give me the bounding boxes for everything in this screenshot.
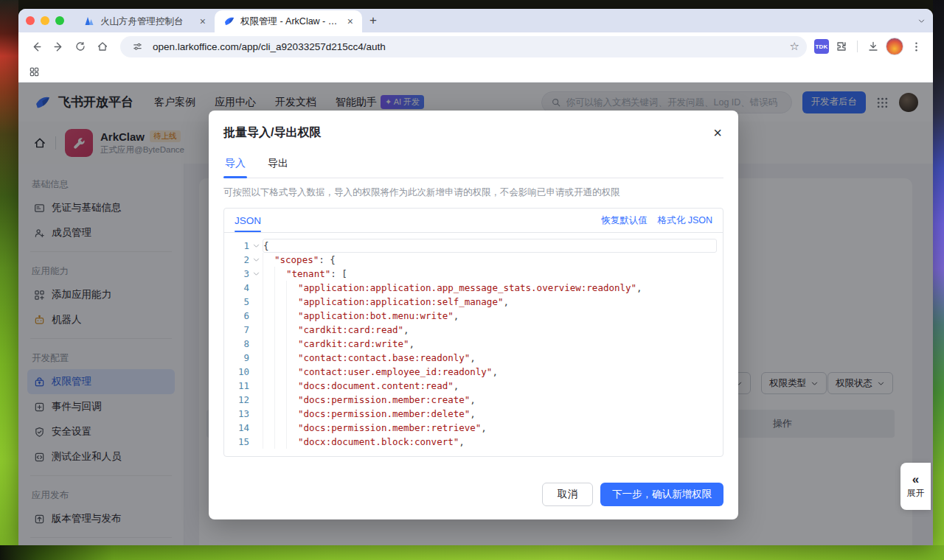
indent-guide xyxy=(286,295,298,309)
close-window-button[interactable] xyxy=(26,16,35,25)
toolbar-actions xyxy=(832,37,926,56)
fold-chevron-icon[interactable] xyxy=(249,242,263,250)
tab-close-icon[interactable]: × xyxy=(346,15,355,27)
indent-guide xyxy=(263,295,274,309)
code-line[interactable]: 12"docs:permission.member:create", xyxy=(224,393,723,407)
indent-guide xyxy=(274,323,286,337)
indent-guide xyxy=(263,435,274,449)
json-string: "contact:user.employee_id:readonly" xyxy=(298,366,492,377)
tab-search-chevron-icon[interactable] xyxy=(917,15,926,28)
indent-guide xyxy=(286,337,298,351)
download-icon[interactable] xyxy=(864,37,883,56)
code-line-content: "contact:contact.base:readonly", xyxy=(263,351,717,365)
indent-guide xyxy=(286,379,298,393)
forward-icon[interactable] xyxy=(48,36,69,57)
indent-guide xyxy=(263,323,274,337)
code-area[interactable]: 1{2"scopes": {3"tenant": [4"application:… xyxy=(224,233,723,449)
url-bar[interactable]: open.larkoffice.com/app/cli_a92033257d21… xyxy=(120,36,807,57)
indent-guide xyxy=(274,281,286,295)
line-number: 1 xyxy=(224,240,249,251)
browser-tab[interactable]: 火山方舟管理控制台× xyxy=(74,10,215,32)
page-content: 飞书开放平台 客户案例应用中心开发文档智能助手✦ AI 开发 开发者后台 Ark… xyxy=(18,83,933,545)
home-icon[interactable] xyxy=(92,36,113,57)
code-line[interactable]: 8"cardkit:card:write", xyxy=(224,337,723,351)
code-line-content: "application:bot.menu:write", xyxy=(263,309,717,323)
code-line[interactable]: 15"docx:document.block:convert", xyxy=(224,435,723,449)
editor-actions: 恢复默认值格式化 JSON xyxy=(601,214,712,227)
apps-grid-icon[interactable] xyxy=(29,65,40,78)
fold-chevron-icon[interactable] xyxy=(249,270,263,278)
code-line[interactable]: 3"tenant": [ xyxy=(224,267,723,281)
editor-action-link[interactable]: 格式化 JSON xyxy=(658,214,712,227)
code-line-content: "application:application.app_message_sta… xyxy=(263,281,717,295)
line-number: 6 xyxy=(224,310,249,321)
code-line[interactable]: 13"docs:permission.member:delete", xyxy=(224,407,723,421)
code-line[interactable]: 2"scopes": { xyxy=(224,253,723,267)
cancel-button[interactable]: 取消 xyxy=(542,483,593,506)
bookmark-star-icon[interactable]: ☆ xyxy=(790,40,799,53)
json-string: "contact:contact.base:readonly" xyxy=(298,352,470,363)
json-punctuation: , xyxy=(470,394,476,405)
indent-guide xyxy=(263,281,274,295)
json-editor: JSON 恢复默认值格式化 JSON 1{2"scopes": {3"tenan… xyxy=(223,208,723,457)
tab-close-icon[interactable]: × xyxy=(198,15,207,27)
browser-profile-avatar[interactable] xyxy=(886,38,903,55)
indent-guide xyxy=(286,421,298,435)
json-punctuation: : { xyxy=(319,254,336,265)
json-string: "application:bot.menu:write" xyxy=(298,310,454,321)
json-punctuation: , xyxy=(454,380,459,391)
tab-search-chevron-icon[interactable] xyxy=(917,17,926,25)
code-line[interactable]: 11"docs:document.content:read", xyxy=(224,379,723,393)
editor-format-tab-json[interactable]: JSON xyxy=(235,209,261,232)
tdk-extension-icon[interactable]: TDK xyxy=(814,39,829,54)
expand-panel-button[interactable]: « 展开 xyxy=(900,463,931,510)
dialog-tab-export[interactable]: 导出 xyxy=(266,153,290,178)
dialog-title: 批量导入/导出权限 xyxy=(223,125,321,141)
code-line[interactable]: 7"cardkit:card:read", xyxy=(224,323,723,337)
indent-guide xyxy=(274,421,286,435)
indent-guide xyxy=(263,379,274,393)
reload-icon[interactable] xyxy=(70,36,91,57)
indent-guide xyxy=(286,309,298,323)
fold-chevron-icon[interactable] xyxy=(249,256,263,264)
code-line[interactable]: 5"application:application:self_manage", xyxy=(224,295,723,309)
editor-action-link[interactable]: 恢复默认值 xyxy=(601,214,648,227)
json-punctuation: , xyxy=(636,282,642,293)
json-punctuation: , xyxy=(503,296,509,307)
json-punctuation: { xyxy=(263,240,269,251)
json-string: "docs:permission.member:retrieve" xyxy=(298,422,481,433)
browser-tab[interactable]: 权限管理 - ArkClaw - 开发者后× xyxy=(215,10,362,32)
back-icon[interactable] xyxy=(26,36,46,57)
expand-label: 展开 xyxy=(907,487,925,500)
code-line[interactable]: 4"application:application.app_message_st… xyxy=(224,281,723,295)
indent-guide xyxy=(286,281,298,295)
maximize-window-button[interactable] xyxy=(55,16,64,25)
indent-guide xyxy=(274,309,286,323)
code-line[interactable]: 10"contact:user.employee_id:readonly", xyxy=(224,365,723,379)
code-line[interactable]: 9"contact:contact.base:readonly", xyxy=(224,351,723,365)
indent-guide xyxy=(263,351,274,365)
minimize-window-button[interactable] xyxy=(41,16,49,25)
json-punctuation: : [ xyxy=(330,268,347,279)
close-icon[interactable]: × xyxy=(712,125,723,140)
macos-window-controls[interactable] xyxy=(18,9,74,32)
url-text[interactable]: open.larkoffice.com/app/cli_a92033257d21… xyxy=(153,41,784,52)
code-line[interactable]: 1{ xyxy=(224,239,723,253)
code-line[interactable]: 14"docs:permission.member:retrieve", xyxy=(224,421,723,435)
indent-guide xyxy=(263,337,274,351)
dialog-tab-import[interactable]: 导入 xyxy=(223,153,247,178)
new-tab-button[interactable]: + xyxy=(362,9,384,32)
json-punctuation: , xyxy=(459,436,465,447)
browser-tab-strip: 火山方舟管理控制台×权限管理 - ArkClaw - 开发者后× + xyxy=(18,9,933,32)
code-line[interactable]: 6"application:bot.menu:write", xyxy=(224,309,723,323)
confirm-next-step-button[interactable]: 下一步，确认新增权限 xyxy=(600,483,723,506)
indent-guide xyxy=(263,309,274,323)
indent-guide xyxy=(286,323,298,337)
puzzle-icon[interactable] xyxy=(832,37,851,56)
site-settings-icon[interactable] xyxy=(128,37,147,56)
indent-guide xyxy=(274,365,286,379)
line-number: 3 xyxy=(224,268,249,279)
bookmarks-bar xyxy=(18,60,933,83)
browser-menu-icon[interactable] xyxy=(906,37,926,56)
import-export-permissions-dialog: 批量导入/导出权限 × 导入导出 可按照以下格式导入数据，导入的权限将作为此次新… xyxy=(209,111,738,519)
